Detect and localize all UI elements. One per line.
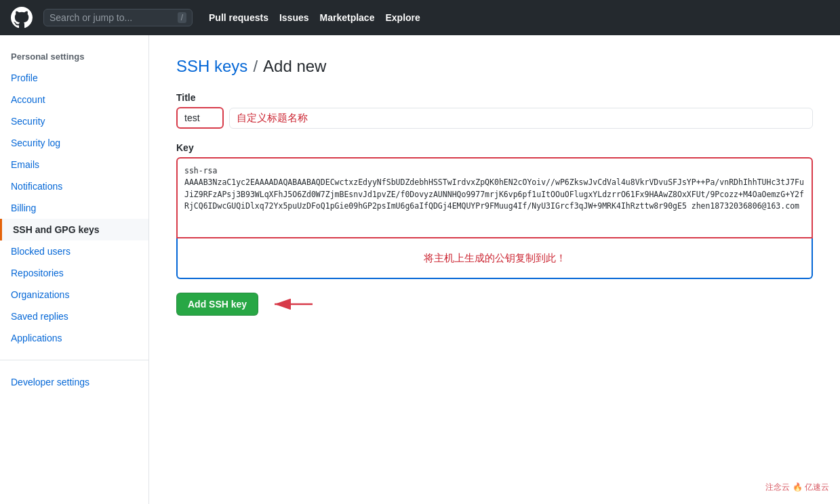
- main-content: SSH keys / Add new Title Key ssh-rsa AAA…: [149, 35, 840, 504]
- search-shortcut: /: [178, 12, 186, 23]
- nav-marketplace[interactable]: Marketplace: [320, 12, 375, 23]
- page-title-separator: /: [253, 57, 258, 76]
- key-hint-area[interactable]: 将主机上生成的公钥复制到此！: [176, 238, 813, 279]
- key-label: Key: [176, 142, 813, 153]
- nav-explore[interactable]: Explore: [385, 12, 420, 23]
- nav-issues[interactable]: Issues: [279, 12, 309, 23]
- sidebar-header: Personal settings: [0, 46, 148, 67]
- github-logo[interactable]: [11, 7, 33, 28]
- sidebar-item-security-log[interactable]: Security log: [0, 132, 148, 154]
- title-label: Title: [176, 92, 813, 103]
- key-hint-text: 将主机上生成的公钥复制到此！: [424, 252, 566, 265]
- add-ssh-key-button[interactable]: Add SSH key: [176, 293, 258, 316]
- sidebar-item-repositories[interactable]: Repositories: [0, 262, 148, 284]
- nav-pull-requests[interactable]: Pull requests: [209, 12, 268, 23]
- sidebar-item-emails[interactable]: Emails: [0, 154, 148, 175]
- title-input-hint[interactable]: [229, 108, 813, 129]
- sidebar-item-blocked-users[interactable]: Blocked users: [0, 240, 148, 262]
- sidebar-item-billing[interactable]: Billing: [0, 197, 148, 219]
- sidebar-item-notifications[interactable]: Notifications: [0, 175, 148, 197]
- page-title: SSH keys / Add new: [176, 57, 813, 76]
- key-form-group: Key ssh-rsa AAAAB3NzaC1yc2EAAAADAQABAABA…: [176, 142, 813, 279]
- arrow-indicator: [269, 293, 323, 315]
- watermark: 注念云 🔥 亿速云: [765, 482, 829, 493]
- key-value-display: ssh-rsa AAAAB3NzaC1yc2EAAAADAQABAABAQDEC…: [176, 157, 813, 238]
- sidebar-item-profile[interactable]: Profile: [0, 67, 148, 89]
- nav-bar: Search or jump to... / Pull requests Iss…: [0, 0, 840, 35]
- sidebar-divider: [0, 360, 148, 360]
- watermark-text: 注念云 🔥 亿速云: [765, 482, 829, 493]
- sidebar-item-organizations[interactable]: Organizations: [0, 284, 148, 306]
- sidebar-item-applications[interactable]: Applications: [0, 327, 148, 349]
- arrow-svg: [269, 293, 323, 315]
- nav-links: Pull requests Issues Marketplace Explore: [209, 12, 420, 23]
- key-content-area: ssh-rsa AAAAB3NzaC1yc2EAAAADAQABAABAQDEC…: [176, 157, 813, 279]
- sidebar-item-account[interactable]: Account: [0, 89, 148, 110]
- search-placeholder: Search or jump to...: [49, 12, 174, 23]
- sidebar-item-security[interactable]: Security: [0, 110, 148, 132]
- sidebar-item-developer-settings[interactable]: Developer settings: [0, 371, 148, 393]
- page-layout: Personal settings Profile Account Securi…: [0, 35, 840, 504]
- page-title-add-new: Add new: [263, 57, 326, 76]
- sidebar-item-saved-replies[interactable]: Saved replies: [0, 306, 148, 327]
- page-title-ssh-keys[interactable]: SSH keys: [176, 57, 247, 76]
- add-button-row: Add SSH key: [176, 293, 813, 316]
- title-input-small[interactable]: [176, 107, 224, 129]
- sidebar-item-ssh-gpg[interactable]: SSH and GPG keys: [0, 219, 148, 240]
- title-input-row: [176, 107, 813, 129]
- sidebar: Personal settings Profile Account Securi…: [0, 35, 149, 504]
- search-box[interactable]: Search or jump to... /: [43, 9, 193, 26]
- title-form-group: Title: [176, 92, 813, 129]
